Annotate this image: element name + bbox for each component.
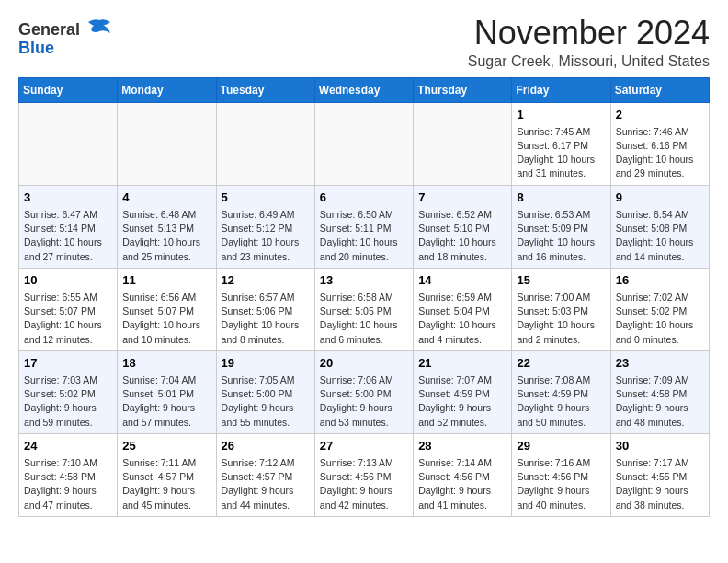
calendar-cell: 18Sunrise: 7:04 AM Sunset: 5:01 PM Dayli… [118, 350, 216, 433]
day-number: 27 [320, 438, 408, 454]
day-info: Sunrise: 6:52 AM Sunset: 5:10 PM Dayligh… [418, 208, 506, 264]
day-info: Sunrise: 7:09 AM Sunset: 4:58 PM Dayligh… [616, 373, 704, 430]
day-number: 9 [616, 190, 704, 206]
weekday-header-thursday: Thursday [414, 77, 512, 102]
day-info: Sunrise: 7:46 AM Sunset: 6:16 PM Dayligh… [616, 125, 704, 181]
calendar-cell: 17Sunrise: 7:03 AM Sunset: 5:02 PM Dayli… [19, 350, 118, 433]
weekday-header-wednesday: Wednesday [314, 77, 413, 102]
day-info: Sunrise: 7:05 AM Sunset: 5:00 PM Dayligh… [222, 373, 310, 430]
calendar-cell: 29Sunrise: 7:16 AM Sunset: 4:56 PM Dayli… [512, 433, 610, 516]
day-info: Sunrise: 7:04 AM Sunset: 5:01 PM Dayligh… [122, 373, 210, 430]
calendar-cell: 28Sunrise: 7:14 AM Sunset: 4:56 PM Dayli… [414, 433, 512, 516]
logo: General Blue [18, 15, 112, 58]
calendar-cell: 22Sunrise: 7:08 AM Sunset: 4:59 PM Dayli… [512, 350, 610, 433]
day-number: 17 [24, 355, 112, 372]
calendar-cell: 26Sunrise: 7:12 AM Sunset: 4:57 PM Dayli… [216, 433, 314, 516]
day-info: Sunrise: 7:11 AM Sunset: 4:57 PM Dayligh… [122, 456, 210, 512]
calendar-cell: 11Sunrise: 6:56 AM Sunset: 5:07 PM Dayli… [118, 268, 216, 350]
day-number: 1 [517, 107, 605, 123]
weekday-header-sunday: Sunday [19, 77, 118, 102]
day-number: 6 [320, 190, 408, 206]
day-number: 21 [418, 355, 506, 372]
day-info: Sunrise: 7:16 AM Sunset: 4:56 PM Dayligh… [517, 456, 605, 512]
day-info: Sunrise: 7:12 AM Sunset: 4:57 PM Dayligh… [222, 456, 310, 512]
day-number: 28 [418, 438, 506, 454]
day-info: Sunrise: 7:45 AM Sunset: 6:17 PM Dayligh… [517, 125, 605, 181]
day-info: Sunrise: 7:02 AM Sunset: 5:02 PM Dayligh… [616, 291, 704, 347]
calendar-cell [216, 102, 314, 185]
day-info: Sunrise: 6:55 AM Sunset: 5:07 PM Dayligh… [24, 291, 112, 347]
calendar-cell: 30Sunrise: 7:17 AM Sunset: 4:55 PM Dayli… [610, 433, 709, 516]
day-number: 25 [122, 438, 210, 454]
day-number: 7 [418, 190, 506, 206]
day-info: Sunrise: 7:03 AM Sunset: 5:02 PM Dayligh… [24, 373, 112, 430]
day-info: Sunrise: 6:58 AM Sunset: 5:05 PM Dayligh… [320, 291, 408, 347]
calendar-cell: 19Sunrise: 7:05 AM Sunset: 5:00 PM Dayli… [216, 350, 314, 433]
day-number: 19 [222, 355, 310, 372]
calendar-cell [118, 102, 216, 185]
location-title: Sugar Creek, Missouri, United States [468, 53, 710, 70]
day-number: 26 [222, 438, 310, 454]
day-info: Sunrise: 6:54 AM Sunset: 5:08 PM Dayligh… [616, 208, 704, 264]
month-title: November 2024 [468, 15, 710, 52]
day-number: 12 [222, 272, 310, 289]
day-number: 24 [24, 438, 112, 454]
logo-blue: Blue [18, 40, 54, 58]
day-number: 14 [418, 272, 506, 289]
day-info: Sunrise: 6:50 AM Sunset: 5:11 PM Dayligh… [320, 208, 408, 264]
calendar-week-row: 10Sunrise: 6:55 AM Sunset: 5:07 PM Dayli… [19, 268, 710, 350]
calendar-cell: 4Sunrise: 6:48 AM Sunset: 5:13 PM Daylig… [118, 185, 216, 268]
day-number: 18 [122, 355, 210, 372]
calendar-cell [414, 102, 512, 185]
weekday-header-monday: Monday [118, 77, 216, 102]
day-info: Sunrise: 6:56 AM Sunset: 5:07 PM Dayligh… [122, 291, 210, 347]
logo-bird-icon [86, 18, 112, 35]
logo-general: General [18, 20, 80, 39]
day-number: 11 [122, 272, 210, 289]
day-number: 30 [616, 438, 704, 454]
day-info: Sunrise: 6:57 AM Sunset: 5:06 PM Dayligh… [222, 291, 310, 347]
calendar-cell: 21Sunrise: 7:07 AM Sunset: 4:59 PM Dayli… [414, 350, 512, 433]
day-info: Sunrise: 7:14 AM Sunset: 4:56 PM Dayligh… [418, 456, 506, 512]
day-number: 8 [517, 190, 605, 206]
day-number: 4 [122, 190, 210, 206]
day-info: Sunrise: 6:59 AM Sunset: 5:04 PM Dayligh… [418, 291, 506, 347]
calendar-week-row: 3Sunrise: 6:47 AM Sunset: 5:14 PM Daylig… [19, 185, 710, 268]
calendar-cell: 8Sunrise: 6:53 AM Sunset: 5:09 PM Daylig… [512, 185, 610, 268]
day-info: Sunrise: 7:07 AM Sunset: 4:59 PM Dayligh… [418, 373, 506, 430]
day-number: 10 [24, 272, 112, 289]
day-number: 13 [320, 272, 408, 289]
day-info: Sunrise: 6:49 AM Sunset: 5:12 PM Dayligh… [222, 208, 310, 264]
calendar-cell: 24Sunrise: 7:10 AM Sunset: 4:58 PM Dayli… [19, 433, 118, 516]
page: General Blue November 2024 Sugar Creek, … [0, 0, 728, 532]
calendar-cell: 1Sunrise: 7:45 AM Sunset: 6:17 PM Daylig… [512, 102, 610, 185]
day-number: 22 [517, 355, 605, 372]
calendar-cell: 16Sunrise: 7:02 AM Sunset: 5:02 PM Dayli… [610, 268, 709, 350]
calendar-cell: 13Sunrise: 6:58 AM Sunset: 5:05 PM Dayli… [314, 268, 413, 350]
calendar-cell: 25Sunrise: 7:11 AM Sunset: 4:57 PM Dayli… [118, 433, 216, 516]
calendar-cell [19, 102, 118, 185]
title-block: November 2024 Sugar Creek, Missouri, Uni… [468, 15, 710, 70]
calendar-week-row: 1Sunrise: 7:45 AM Sunset: 6:17 PM Daylig… [19, 102, 710, 185]
day-number: 5 [222, 190, 310, 206]
day-info: Sunrise: 7:10 AM Sunset: 4:58 PM Dayligh… [24, 456, 112, 512]
calendar-cell: 10Sunrise: 6:55 AM Sunset: 5:07 PM Dayli… [19, 268, 118, 350]
calendar-cell: 5Sunrise: 6:49 AM Sunset: 5:12 PM Daylig… [216, 185, 314, 268]
day-info: Sunrise: 6:53 AM Sunset: 5:09 PM Dayligh… [517, 208, 605, 264]
day-number: 29 [517, 438, 605, 454]
calendar-cell: 23Sunrise: 7:09 AM Sunset: 4:58 PM Dayli… [610, 350, 709, 433]
calendar-cell [314, 102, 413, 185]
day-info: Sunrise: 7:06 AM Sunset: 5:00 PM Dayligh… [320, 373, 408, 430]
weekday-header-saturday: Saturday [610, 77, 709, 102]
header: General Blue November 2024 Sugar Creek, … [18, 15, 710, 70]
day-number: 2 [616, 107, 704, 123]
day-info: Sunrise: 7:08 AM Sunset: 4:59 PM Dayligh… [517, 373, 605, 430]
day-number: 15 [517, 272, 605, 289]
calendar-week-row: 24Sunrise: 7:10 AM Sunset: 4:58 PM Dayli… [19, 433, 710, 516]
calendar-cell: 3Sunrise: 6:47 AM Sunset: 5:14 PM Daylig… [19, 185, 118, 268]
calendar-cell: 6Sunrise: 6:50 AM Sunset: 5:11 PM Daylig… [314, 185, 413, 268]
day-info: Sunrise: 7:13 AM Sunset: 4:56 PM Dayligh… [320, 456, 408, 512]
calendar-cell: 12Sunrise: 6:57 AM Sunset: 5:06 PM Dayli… [216, 268, 314, 350]
day-info: Sunrise: 7:17 AM Sunset: 4:55 PM Dayligh… [616, 456, 704, 512]
day-number: 23 [616, 355, 704, 372]
